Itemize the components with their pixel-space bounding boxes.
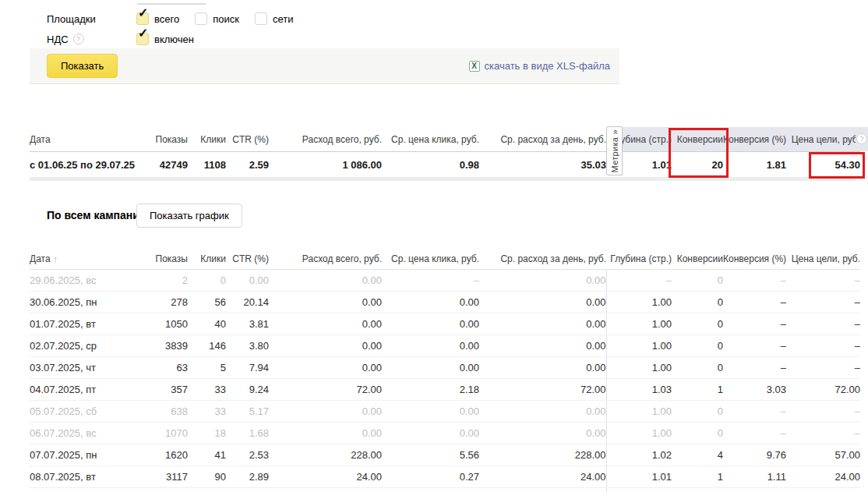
metrika-tab[interactable]: Метрика »: [606, 126, 623, 175]
goal-price-help-icon[interactable]: ?: [856, 133, 867, 144]
checkbox-option[interactable]: поиск: [195, 12, 239, 25]
cell: 1070: [143, 423, 188, 444]
column-header: Ср. расход за день, руб.: [479, 127, 606, 152]
metrika-tab-label: Метрика »: [610, 129, 619, 172]
column-header[interactable]: Цена цели, руб.: [786, 248, 860, 270]
cell: 07.07.2025, пн: [30, 444, 143, 466]
cell: 0.00: [382, 292, 479, 313]
annotation-box-conversions: [669, 128, 729, 178]
cell: 0: [672, 292, 723, 313]
cell: 01.07.2025, вт: [30, 313, 143, 335]
column-header[interactable]: Клики: [188, 248, 226, 270]
summary-table-scrollbar[interactable]: [30, 177, 856, 181]
cell: 1.02: [606, 444, 672, 466]
cell: 33: [188, 379, 226, 401]
cell: 2.53: [226, 444, 269, 466]
cell: –: [723, 357, 786, 379]
cell: 0.00: [382, 357, 479, 379]
cell: 1.00: [606, 357, 672, 379]
vat-label-wrap: НДС ?: [47, 34, 136, 45]
table-row: 29.06.2025, вс200.000.00–0.00–0––: [30, 270, 860, 292]
table-row: 02.07.2025, ср38391463.800.000.000.001.0…: [30, 335, 860, 357]
checkmark-icon: ✓: [138, 27, 148, 40]
cell: –: [606, 270, 672, 292]
checkbox-label: сети: [273, 13, 294, 25]
checkbox-option[interactable]: ✓всего: [136, 12, 179, 25]
column-header[interactable]: Расход всего, руб.: [269, 248, 382, 270]
cell: 3117: [143, 466, 188, 488]
column-header[interactable]: Показы: [143, 248, 188, 270]
table-row: 07.07.2025, пн1620412.53228.005.56228.00…: [30, 444, 860, 466]
cell: 0.27: [382, 466, 479, 488]
cell: 7.94: [226, 357, 269, 379]
cell: 0.00: [269, 488, 382, 492]
cell: –: [723, 335, 786, 357]
cell: –: [786, 423, 860, 444]
cell: 2.89: [226, 466, 269, 488]
cell: 42749: [143, 152, 188, 178]
checkmark-icon: ✓: [138, 7, 148, 19]
cell: 0.00: [269, 401, 382, 423]
table-row: 09.07.2025, ср2182381.740.000.000.001.00…: [30, 488, 860, 492]
column-header[interactable]: Ср. цена клика, руб.: [382, 248, 479, 270]
cell: 57.00: [786, 444, 860, 466]
cell: 72.00: [269, 379, 382, 401]
cell: 24.00: [269, 466, 382, 488]
cell: 29.06.2025, вс: [30, 270, 143, 292]
cell: 20.14: [226, 292, 269, 313]
checkbox-option[interactable]: сети: [255, 12, 294, 25]
checkbox[interactable]: ✓: [136, 33, 149, 45]
column-header: Цена цели, руб.: [786, 127, 860, 152]
column-header[interactable]: Конверсии: [672, 248, 723, 270]
show-chart-button[interactable]: Показать график: [136, 204, 242, 228]
cell: 09.07.2025, ср: [30, 488, 143, 492]
show-button[interactable]: Показать: [47, 54, 118, 78]
cell: 0.00: [479, 488, 606, 492]
help-icon[interactable]: ?: [73, 34, 84, 44]
column-header: Дата: [30, 127, 143, 152]
table-row: с 01.06.25 по 29.07.254274911082.591 086…: [30, 152, 860, 178]
checkbox-label: поиск: [213, 13, 239, 25]
cell: 24.00: [479, 466, 606, 488]
checkbox-option[interactable]: ✓включен: [136, 33, 194, 45]
checkbox[interactable]: ✓: [136, 12, 149, 25]
column-header: Показы: [143, 127, 188, 152]
xls-download-link[interactable]: X скачать в виде XLS-файла: [469, 60, 611, 72]
column-header[interactable]: CTR (%): [226, 248, 269, 270]
cell: 35.03: [479, 152, 606, 178]
cell: 0.00: [479, 423, 606, 444]
summary-table: ДатаПоказыКликиCTR (%)Расход всего, руб.…: [30, 127, 860, 177]
sort-arrow-icon: ↑: [54, 254, 58, 264]
column-header[interactable]: Ср. расход за день, руб.: [479, 248, 606, 270]
cell: 38: [188, 488, 226, 492]
cell: –: [786, 488, 860, 492]
column-header: Ср. цена клика, руб.: [382, 127, 479, 152]
table-row: 30.06.2025, пн2785620.140.000.000.001.00…: [30, 292, 860, 313]
cell: 0.00: [269, 313, 382, 335]
column-header[interactable]: Глубина (стр.): [606, 248, 672, 270]
cell: –: [786, 401, 860, 423]
cell: –: [723, 292, 786, 313]
cell: 5.17: [226, 401, 269, 423]
cell: 30.06.2025, пн: [30, 292, 143, 313]
checkbox[interactable]: [255, 12, 267, 25]
cell: 0.98: [382, 152, 479, 178]
checkbox[interactable]: [195, 12, 207, 25]
xls-link-label: скачать в виде XLS-файла: [485, 60, 611, 72]
cell: 0.00: [479, 357, 606, 379]
cell: 1.74: [226, 488, 269, 492]
cell: 1108: [188, 152, 226, 178]
cell: 04.07.2025, пт: [30, 379, 143, 401]
cell: 3.81: [226, 313, 269, 335]
cell: 2182: [143, 488, 188, 492]
column-header[interactable]: Конверсия (%): [723, 248, 786, 270]
xls-file-icon: X: [469, 61, 480, 72]
cell: 33: [188, 401, 226, 423]
column-header[interactable]: Дата↑: [30, 248, 143, 270]
cell: 90: [188, 466, 226, 488]
filter-row-vat: НДС ? ✓включен: [47, 30, 210, 48]
vat-options: ✓включен: [136, 33, 210, 45]
column-header: CTR (%): [226, 127, 269, 152]
cell: 1620: [143, 444, 188, 466]
cell: 0: [672, 270, 723, 292]
